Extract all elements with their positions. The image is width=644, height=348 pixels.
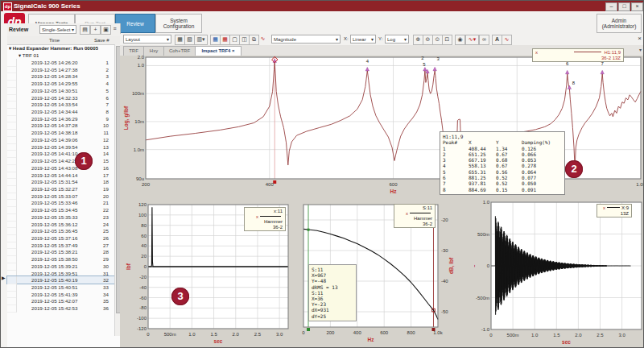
row-save-number: 32 (97, 277, 109, 283)
tab-trf[interactable]: TRF (123, 46, 144, 56)
row-time: 2019-12-05 14:33:54 (31, 102, 77, 107)
list-item[interactable]: 2019-12-05 15:31:5418≡ (7, 178, 120, 185)
x-scale-combo[interactable]: Linear▾ (350, 35, 376, 44)
list-item[interactable]: 2019-12-05 14:29:554≡ (7, 80, 120, 87)
list-item[interactable]: 2019-12-05 15:35:3323≡ (7, 213, 120, 221)
list-item[interactable]: 2019-12-05 14:38:1811≡ (7, 129, 120, 136)
tree-root[interactable]: ▾ Head Expander Hammer: Run 00005 (9, 45, 98, 51)
magnitude-combo[interactable]: Magnitude▾ (271, 35, 341, 44)
tree-group[interactable]: ▾ TRF 01 (19, 52, 39, 58)
list-item[interactable]: 2019-12-05 14:33:547≡ (7, 101, 120, 108)
signal-trace-icon[interactable]: ∿ (258, 35, 267, 44)
svg-text:3.0: 3.0 (276, 332, 283, 337)
row-time: 2019-12-05 14:30:51 (31, 88, 77, 93)
minimize-button[interactable]: – (605, 2, 617, 11)
close-pane-icon[interactable]: × (638, 35, 642, 42)
row-time: 2019-12-05 14:36:29 (31, 116, 77, 122)
autoscale-icon[interactable]: ∿ (502, 35, 512, 45)
list-item[interactable]: 2019-12-05 14:44:1417≡ (7, 172, 120, 179)
list-item[interactable]: 2019-12-05 15:33:4621≡ (7, 199, 120, 206)
row-time: 2019-12-05 14:38:18 (31, 130, 77, 135)
review-panel-title: Review (9, 27, 28, 32)
list-item[interactable]: 2019-12-05 15:32:2719≡ (7, 185, 120, 193)
visibility-icon[interactable]: ◉ (455, 35, 465, 45)
list-item[interactable]: 2019-12-05 15:40:1932≡ (7, 276, 120, 284)
chevron-down-icon: ▾ (404, 36, 407, 42)
svg-text:100: 100 (138, 213, 147, 218)
peak-table-row: 6881.250.520.077 (443, 175, 562, 180)
select-mode-combo[interactable]: Single-Select▾ (39, 25, 76, 34)
row-time: 2019-12-05 15:36:12 (31, 222, 77, 227)
collapse-icon[interactable]: ▣ (101, 25, 111, 35)
list-item[interactable]: 2019-12-05 14:34:448≡ (7, 108, 120, 115)
peak-table[interactable]: H1:11,9 Peak#XYDamping(%) 1408.441.340.1… (440, 131, 565, 195)
list-item[interactable]: 2019-12-05 14:43:0816≡ (7, 164, 120, 172)
link-cursor-icon[interactable]: ∞ (479, 35, 489, 45)
list-item[interactable]: 2019-12-05 15:42:5336≡ (7, 304, 120, 312)
cursor-info-box[interactable]: S:11X=967Y=-48dRMS = 13S:11X=36Y=-23dX=9… (308, 264, 357, 321)
list-item[interactable]: 2019-12-05 15:37:1626≡ (7, 234, 120, 242)
svg-text:3.0: 3.0 (618, 333, 625, 338)
peak-cursor-icon[interactable]: ∿▾ (465, 35, 479, 45)
list-item[interactable]: 2019-12-05 14:39:5413≡ (7, 143, 120, 151)
svg-text:dB, lbf: dB, lbf (448, 257, 455, 274)
row-time: 2019-12-05 14:32:33 (31, 95, 77, 101)
tab-overflow-icon[interactable]: ▾ (639, 47, 642, 52)
row-save-number: 10 (97, 122, 109, 128)
tab-hxy[interactable]: Hxy (143, 46, 164, 56)
list-item[interactable]: 2019-12-05 14:36:299≡ (7, 115, 120, 122)
user-button[interactable]: Admin (Administrator) (597, 14, 642, 33)
maximize-button[interactable]: □ (618, 2, 630, 11)
annotation-badge-2: 2 (565, 160, 583, 178)
row-time: 2019-12-05 15:40:19 (31, 277, 77, 283)
open-folder-icon[interactable]: ▤ (80, 25, 90, 35)
row-time: 2019-12-05 15:37:16 (31, 235, 77, 241)
y-scale-combo[interactable]: Log▾ (385, 35, 409, 44)
list-item[interactable]: 2019-12-05 14:37:2810≡ (7, 122, 120, 129)
list-item[interactable]: 2019-12-05 15:37:4927≡ (7, 242, 120, 249)
list-item[interactable]: 2019-12-05 15:34:4522≡ (7, 206, 120, 213)
zoom-box-icon[interactable]: ⊡ (442, 35, 452, 45)
tab-coh-trf[interactable]: Coh+TRF (163, 46, 196, 56)
list-item[interactable]: 2019-12-05 15:40:5133≡ (7, 284, 120, 291)
add-icon[interactable]: + (90, 25, 101, 35)
layout-combo[interactable]: Layout▾ (123, 35, 171, 44)
list-item[interactable]: 2019-12-05 15:38:2128≡ (7, 248, 120, 255)
list-item[interactable]: 2019-12-05 15:42:0735≡ (7, 297, 120, 304)
open-layout-icon[interactable]: ▥▾ (194, 35, 208, 45)
column-time[interactable]: Time (49, 38, 60, 43)
tab-impact-trf4[interactable]: Impact TRF4 × (195, 46, 242, 56)
list-item[interactable]: 2019-12-05 15:38:5029≡ (7, 255, 120, 263)
list-item[interactable]: 2019-12-05 14:26:201≡ (7, 59, 120, 66)
nav-system-configuration[interactable]: System Configuration (155, 14, 202, 33)
column-save[interactable]: Save # (94, 38, 109, 43)
tab-close-icon[interactable]: × (232, 48, 235, 53)
list-item[interactable]: 2019-12-05 15:39:2130≡ (7, 263, 120, 270)
list-item[interactable]: 2019-12-05 14:41:1014≡ (7, 150, 120, 157)
list-item[interactable]: 2019-12-05 15:39:5131≡ (7, 270, 120, 277)
list-item[interactable]: 2019-12-05 14:39:0612≡ (7, 136, 120, 143)
svg-text:40: 40 (141, 243, 147, 248)
list-item[interactable]: 2019-12-05 15:36:1224≡ (7, 221, 120, 228)
list-item[interactable]: 2019-12-05 14:42:2215≡ (7, 157, 120, 164)
list-item[interactable]: 2019-12-05 14:32:336≡ (7, 94, 120, 102)
row-time: 2019-12-05 14:41:10 (31, 151, 77, 156)
list-item[interactable]: 2019-12-05 14:27:382≡ (7, 66, 120, 73)
row-time: 2019-12-05 14:44:14 (31, 172, 77, 178)
ringdown-chart[interactable]: 0500m1.01.52.02.53.01.0500m0-500m-1.0sec… (474, 201, 644, 348)
frf-chart[interactable]: 142536872004006008001.0k2.01.0100m10m1.0… (120, 56, 644, 201)
list-item[interactable]: 2019-12-05 15:36:4525≡ (7, 227, 120, 234)
svg-text:-50: -50 (441, 309, 448, 314)
peak-table-row: 1408.441.340.126 (443, 146, 562, 151)
row-save-number: 22 (97, 207, 109, 213)
svg-text:400: 400 (266, 182, 275, 187)
nav-review[interactable]: Review (115, 14, 155, 33)
list-item[interactable]: 2019-12-05 15:41:3934≡ (7, 291, 120, 298)
list-item[interactable]: 2019-12-05 15:33:0720≡ (7, 193, 120, 200)
close-button[interactable]: × (631, 2, 643, 11)
list-item[interactable]: 2019-12-05 14:28:343≡ (7, 72, 120, 80)
svg-text:-20: -20 (441, 218, 448, 222)
list-item[interactable]: 2019-12-05 14:30:515≡ (7, 87, 120, 94)
svg-text:1.0: 1.0 (138, 63, 145, 68)
menu-icon[interactable]: ≡ (111, 25, 118, 33)
